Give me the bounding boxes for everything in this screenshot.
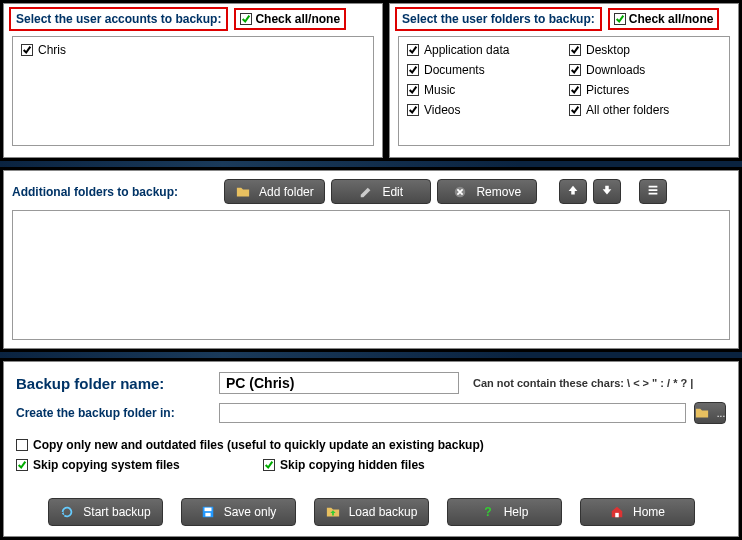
- save-icon: [200, 504, 216, 520]
- button-label: Remove: [476, 185, 521, 199]
- list-item-label: Videos: [424, 103, 460, 117]
- additional-title: Additional folders to backup:: [12, 185, 178, 199]
- load-backup-button[interactable]: Load backup: [314, 498, 429, 526]
- list-item[interactable]: Pictures: [569, 83, 721, 97]
- copy-new-checkbox[interactable]: Copy only new and outdated files (useful…: [16, 438, 726, 452]
- move-up-button[interactable]: [559, 179, 587, 204]
- folders-check-all-label: Check all/none: [629, 12, 714, 26]
- checkbox-icon: [16, 439, 28, 451]
- home-button[interactable]: Home: [580, 498, 695, 526]
- bottom-panel: Backup folder name: Can not contain thes…: [3, 361, 739, 537]
- backup-name-label: Backup folder name:: [16, 375, 211, 392]
- checkbox-icon: [407, 104, 419, 116]
- accounts-list: Chris: [12, 36, 374, 146]
- list-item-label: Documents: [424, 63, 485, 77]
- checkbox-icon: [240, 13, 252, 25]
- checkbox-label: Skip copying system files: [33, 458, 180, 472]
- skip-system-checkbox[interactable]: Skip copying system files: [16, 458, 180, 472]
- edit-icon: [358, 184, 374, 200]
- checkbox-icon: [569, 84, 581, 96]
- add-folder-button[interactable]: Add folder: [224, 179, 325, 204]
- menu-button[interactable]: [639, 179, 667, 204]
- help-icon: ?: [480, 504, 496, 520]
- list-item-label: All other folders: [586, 103, 669, 117]
- list-item-label: Pictures: [586, 83, 629, 97]
- button-label: Edit: [382, 185, 403, 199]
- accounts-check-all-label: Check all/none: [255, 12, 340, 26]
- accounts-panel: Select the user accounts to backup: Chec…: [3, 3, 383, 158]
- checkbox-icon: [263, 459, 275, 471]
- checkbox-icon: [569, 104, 581, 116]
- browse-button[interactable]: ...: [694, 402, 726, 424]
- folders-check-all[interactable]: Check all/none: [608, 8, 720, 30]
- arrow-up-icon: [566, 183, 580, 200]
- start-backup-button[interactable]: Start backup: [48, 498, 163, 526]
- save-only-button[interactable]: Save only: [181, 498, 296, 526]
- move-down-button[interactable]: [593, 179, 621, 204]
- divider: [0, 352, 742, 358]
- help-button[interactable]: ? Help: [447, 498, 562, 526]
- list-item-label: Downloads: [586, 63, 645, 77]
- checkbox-icon: [16, 459, 28, 471]
- checkbox-icon: [407, 64, 419, 76]
- accounts-title: Select the user accounts to backup:: [9, 7, 228, 31]
- checkbox-icon: [407, 44, 419, 56]
- folders-title: Select the user folders to backup:: [395, 7, 602, 31]
- list-item-label: Chris: [38, 43, 66, 57]
- list-item-label: Music: [424, 83, 455, 97]
- checkbox-icon: [21, 44, 33, 56]
- additional-panel: Additional folders to backup: Add folder…: [3, 170, 739, 349]
- list-item[interactable]: Videos: [407, 103, 559, 117]
- svg-text:?: ?: [484, 505, 491, 519]
- checkbox-icon: [614, 13, 626, 25]
- button-label: Help: [504, 505, 529, 519]
- backup-name-hint: Can not contain these chars: \ < > " : /…: [473, 377, 693, 389]
- list-item[interactable]: Desktop: [569, 43, 721, 57]
- checkbox-icon: [569, 64, 581, 76]
- accounts-check-all[interactable]: Check all/none: [234, 8, 346, 30]
- list-item[interactable]: All other folders: [569, 103, 721, 117]
- folder-icon: [235, 184, 251, 200]
- button-label: Start backup: [83, 505, 150, 519]
- svg-rect-5: [615, 513, 619, 517]
- list-item-label: Application data: [424, 43, 509, 57]
- button-label: Add folder: [259, 185, 314, 199]
- button-label: Load backup: [349, 505, 418, 519]
- checkbox-icon: [569, 44, 581, 56]
- arrow-down-icon: [600, 183, 614, 200]
- backup-name-input[interactable]: [219, 372, 459, 394]
- folders-list: Application data Desktop Documents Downl…: [398, 36, 730, 146]
- list-item[interactable]: Chris: [21, 43, 365, 57]
- list-item[interactable]: Downloads: [569, 63, 721, 77]
- button-label: Save only: [224, 505, 277, 519]
- create-in-input[interactable]: [219, 403, 686, 423]
- checkbox-icon: [407, 84, 419, 96]
- checkbox-label: Copy only new and outdated files (useful…: [33, 438, 484, 452]
- button-label: Home: [633, 505, 665, 519]
- refresh-icon: [59, 504, 75, 520]
- svg-rect-3: [205, 513, 210, 517]
- menu-icon: [646, 183, 660, 200]
- create-in-label: Create the backup folder in:: [16, 406, 211, 420]
- list-item[interactable]: Documents: [407, 63, 559, 77]
- folder-icon: [695, 405, 709, 421]
- edit-button[interactable]: Edit: [331, 179, 431, 204]
- remove-button[interactable]: Remove: [437, 179, 537, 204]
- list-item[interactable]: Music: [407, 83, 559, 97]
- folders-panel: Select the user folders to backup: Check…: [389, 3, 739, 158]
- list-item[interactable]: Application data: [407, 43, 559, 57]
- remove-icon: [452, 184, 468, 200]
- list-item-label: Desktop: [586, 43, 630, 57]
- divider: [0, 161, 742, 167]
- svg-rect-2: [204, 508, 211, 512]
- checkbox-label: Skip copying hidden files: [280, 458, 425, 472]
- additional-folders-list[interactable]: [12, 210, 730, 340]
- home-icon: [609, 504, 625, 520]
- skip-hidden-checkbox[interactable]: Skip copying hidden files: [263, 458, 425, 472]
- button-label: ...: [717, 408, 725, 419]
- load-icon: [325, 504, 341, 520]
